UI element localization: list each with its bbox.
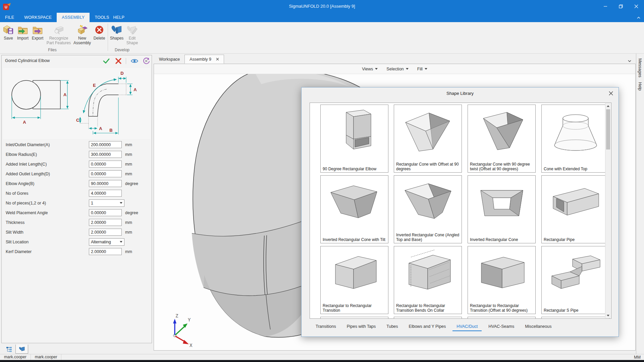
kerf-diameter-input[interactable] [89, 248, 122, 255]
param-row: Slit LocationAlternating [2, 237, 152, 247]
shape-caption: Rectangular S Pipe [544, 308, 608, 313]
dim-label: A [63, 92, 67, 97]
import-icon [17, 24, 29, 36]
rect-cone-twist-90-icon [469, 106, 534, 161]
menu-tab-help[interactable]: HELP [111, 13, 129, 22]
shape-item[interactable]: Cone with Extended Top [541, 105, 609, 173]
shape-item-partial[interactable] [320, 317, 388, 319]
chevron-down-icon [120, 241, 122, 243]
selection-menu[interactable]: Selection [386, 67, 408, 71]
tab-miscellaneous[interactable]: Miscellaneous [521, 323, 555, 331]
edit-shape-button: Edit Shape [124, 23, 140, 46]
tab-tubes[interactable]: Tubes [382, 323, 402, 331]
shape-item[interactable]: Rectangular to Rectangular Transition (O… [468, 246, 536, 314]
dim-label: B [109, 128, 112, 133]
delete-button[interactable]: Delete [92, 23, 107, 41]
added-inlet-length-input[interactable] [89, 161, 122, 168]
shape-item-partial[interactable] [541, 317, 609, 319]
dim-label: A [23, 120, 26, 125]
thickness-input[interactable] [89, 219, 122, 226]
shape-item[interactable]: Inverted Rectangular Cone with Tilt [320, 175, 388, 243]
scroll-down-button[interactable] [605, 313, 611, 318]
chevron-down-icon [425, 68, 427, 70]
no-of-gores-input[interactable] [89, 190, 122, 197]
export-button[interactable]: Export [30, 23, 45, 41]
shape-item[interactable]: Rectangular to Rectangular Transition [320, 246, 388, 314]
fill-menu[interactable]: Fill [417, 67, 427, 71]
dialog-close-button[interactable] [609, 91, 613, 97]
axis-x-label: X [190, 343, 193, 348]
cancel-button[interactable] [114, 57, 122, 65]
rail-item-messages[interactable]: Messages [638, 58, 642, 77]
menu-tab-file[interactable]: FILE [0, 13, 19, 22]
shape-item-partial[interactable] [468, 317, 536, 319]
preview-eye-button[interactable] [130, 57, 139, 65]
reset-view-button[interactable] [142, 57, 150, 65]
grid-scrollbar[interactable] [605, 103, 611, 318]
apply-button[interactable] [102, 57, 110, 65]
shape-item[interactable]: Rectangular Cone with 90 degree twist (O… [468, 105, 536, 173]
shape-item[interactable]: Rectangular Cone with Offset at 90 degre… [394, 105, 462, 173]
ribbon-group-develop: Develop [106, 48, 138, 52]
new-assembly-button[interactable]: New Assembly [72, 23, 92, 46]
shape-item[interactable]: Rectangular to Rectangular Transition Be… [394, 246, 462, 314]
no-of-pieces-select[interactable]: 1 [89, 199, 124, 207]
tab-overflow-chevron-icon[interactable] [628, 58, 631, 64]
shape-caption: Inverted Rectangular Cone with Tilt [323, 237, 387, 242]
shape-item-partial[interactable] [394, 317, 462, 319]
parameter-form: Inlet/Outlet Diameter(A)mm Elbow Radius(… [2, 140, 152, 256]
shape-item[interactable]: Rectangular Pipe [541, 175, 609, 243]
edit-shape-icon [126, 24, 138, 36]
close-button[interactable] [629, 0, 644, 13]
collapse-ribbon-chevron-icon[interactable] [637, 15, 641, 21]
tab-hvac-seams[interactable]: HVAC-Seams [484, 323, 518, 331]
chevron-down-icon [375, 68, 378, 70]
added-outlet-length-input[interactable] [89, 170, 122, 177]
elbow-angle-input[interactable] [89, 180, 122, 187]
close-tab-icon[interactable] [216, 58, 219, 61]
shape-item[interactable]: 90 Degree Rectangular Elbow [320, 105, 388, 173]
menu-tab-assembly[interactable]: ASSEMBLY [57, 13, 90, 22]
scroll-up-button[interactable] [605, 103, 611, 109]
menu-tab-tools[interactable]: TOOLS [90, 13, 111, 22]
weld-placement-angle-input[interactable] [89, 209, 122, 216]
tree-view-tab[interactable] [3, 345, 15, 354]
save-icon [3, 24, 14, 36]
shape-item[interactable]: Rectangular S Pipe [541, 246, 609, 314]
views-menu[interactable]: Views [362, 67, 378, 71]
shape-item[interactable]: Inverted Rectangular Cone (Angled Top an… [394, 175, 462, 243]
tab-elbows-and-y-pipes[interactable]: Elbows and Y Pipes [405, 323, 450, 331]
rect-cone-offset-90-icon [395, 106, 460, 161]
rail-item-help[interactable]: Help [638, 82, 642, 91]
tab-assembly-9[interactable]: Assembly 9 [184, 55, 224, 64]
side-rail: Messages Help [636, 54, 644, 354]
dim-label: A [133, 87, 137, 92]
elbow-radius-input[interactable] [89, 151, 122, 158]
shapes-button[interactable]: Shapes [109, 23, 124, 41]
rect-rect-transition-icon [322, 247, 387, 302]
view-menu-bar: Views Selection Fill [154, 64, 635, 74]
shape-edit-tab[interactable] [15, 345, 28, 354]
tab-pipes-with-taps[interactable]: Pipes with Taps [343, 323, 380, 331]
document-tab-bar: Workspace Assembly 9 [154, 55, 224, 64]
app-window: U SigmaUNFOLD 20.0 [Assembly 9] FILE WOR… [0, 0, 644, 362]
import-button[interactable]: Import [15, 23, 30, 41]
recognize-part-features-icon [53, 24, 64, 36]
shape-item[interactable]: Inverted Rectangular Cone [468, 175, 536, 243]
dialog-title: Shape Library [302, 87, 619, 100]
recognize-part-features-button: Recognize Part Features [45, 23, 72, 46]
scrollbar-thumb[interactable] [606, 109, 610, 149]
tab-hvac-duct[interactable]: HVAC/Duct [452, 323, 482, 331]
inlet-outlet-diameter-input[interactable] [89, 141, 122, 148]
restore-button[interactable] [613, 0, 629, 13]
tab-transitions[interactable]: Transitions [312, 323, 340, 331]
tab-workspace[interactable]: Workspace [154, 55, 184, 64]
minimize-button[interactable] [598, 0, 613, 13]
ribbon-group-separator [108, 23, 108, 51]
inverted-rect-cone-angled-icon [395, 176, 460, 232]
save-button[interactable]: Save [1, 23, 15, 41]
menu-tab-workspace[interactable]: WORKSPACE [19, 13, 57, 22]
slit-location-select[interactable]: Alternating [89, 238, 124, 246]
slit-width-input[interactable] [89, 229, 122, 236]
param-row: Slit Widthmm [2, 227, 152, 237]
